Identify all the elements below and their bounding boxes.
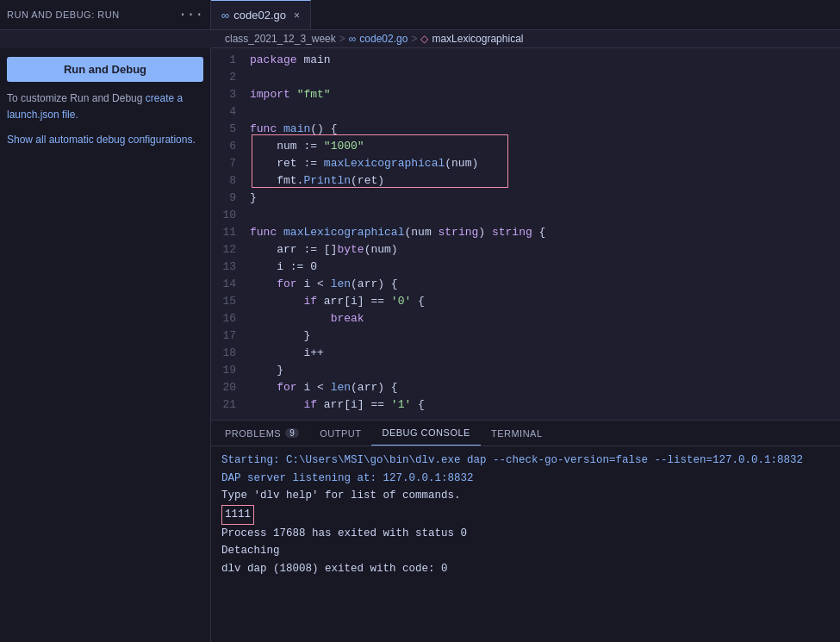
line-content: num := "1000" — [250, 138, 840, 155]
terminal-line: Process 17688 has exited with status 0 — [221, 525, 830, 543]
code-line: 20 for i < len(arr) { — [211, 379, 840, 396]
line-content: package main — [250, 52, 840, 69]
code-line: 13 i := 0 — [211, 259, 840, 276]
line-content: break — [250, 310, 840, 327]
line-number: 17 — [211, 327, 250, 345]
more-options-icon[interactable]: ··· — [178, 7, 203, 22]
code-line: 12 arr := []byte(num) — [211, 241, 840, 259]
line-content: } — [250, 327, 840, 345]
line-number: 4 — [211, 103, 250, 121]
line-number: 5 — [211, 121, 250, 138]
terminal-line: Starting: C:\Users\MSI\go\bin\dlv.exe da… — [221, 452, 830, 470]
line-number: 6 — [211, 138, 250, 155]
code-editor: 1package main23import "fmt"45func main()… — [211, 48, 840, 420]
sidebar-description: To customize Run and Debug create a laun… — [7, 90, 203, 123]
line-content: arr := []byte(num) — [250, 241, 840, 259]
code-line: 14 for i < len(arr) { — [211, 276, 840, 293]
line-content: for i < len(arr) { — [250, 276, 840, 293]
show-all-debug-link[interactable]: Show all automatic debug configurations. — [7, 132, 203, 147]
terminal-line: 1111 — [221, 505, 830, 525]
tab-filename: code02.go — [233, 9, 286, 22]
terminal-tab[interactable]: TERMINAL — [481, 421, 553, 446]
run-debug-button[interactable]: Run and Debug — [7, 57, 203, 82]
line-content: func main() { — [250, 121, 840, 138]
sidebar: Run and Debug To customize Run and Debug… — [0, 48, 211, 642]
line-number: 9 — [211, 190, 250, 207]
line-content: for i < len(arr) { — [250, 379, 840, 396]
line-number: 15 — [211, 293, 250, 310]
line-number: 12 — [211, 241, 250, 259]
line-number: 14 — [211, 276, 250, 293]
line-content: if arr[i] == '0' { — [250, 293, 840, 310]
code-line: 17 } — [211, 327, 840, 345]
sidebar-text: To customize Run and Debug — [7, 92, 142, 104]
code-line: 5func main() { — [211, 121, 840, 138]
tab-icon: ∞ — [221, 9, 229, 22]
breadcrumb-file[interactable]: code02.go — [359, 33, 408, 45]
breadcrumb-folder[interactable]: class_2021_12_3_week — [225, 33, 336, 45]
breadcrumb-sep2: > — [411, 33, 417, 45]
line-number: 13 — [211, 259, 250, 276]
line-number: 19 — [211, 362, 250, 379]
terminal-line: DAP server listening at: 127.0.0.1:8832 — [221, 470, 830, 488]
terminal-tab[interactable]: PROBLEMS9 — [215, 421, 309, 446]
breadcrumb-file-icon: ∞ — [349, 33, 357, 45]
terminal-content: Starting: C:\Users\MSI\go\bin\dlv.exe da… — [211, 446, 840, 642]
terminal-tab[interactable]: DEBUG CONSOLE — [371, 421, 480, 446]
line-number: 18 — [211, 345, 250, 362]
code-line: 19 } — [211, 362, 840, 379]
breadcrumb: class_2021_12_3_week > ∞ code02.go > ◇ m… — [211, 30, 840, 48]
line-number: 21 — [211, 396, 250, 414]
terminal-boxed-output: 1111 — [221, 505, 254, 525]
code-line: 7 ret := maxLexicographical(num) — [211, 155, 840, 172]
line-number: 7 — [211, 155, 250, 172]
code-line: 16 break — [211, 310, 840, 327]
code-line: 2 — [211, 69, 840, 86]
line-number: 1 — [211, 52, 250, 69]
code-line: 8 fmt.Println(ret) — [211, 172, 840, 190]
breadcrumb-symbol[interactable]: maxLexicographical — [432, 33, 523, 45]
terminal-tab[interactable]: OUTPUT — [309, 421, 371, 446]
code-line: 21 if arr[i] == '1' { — [211, 396, 840, 414]
terminal-tabs: PROBLEMS9OUTPUTDEBUG CONSOLETERMINAL — [211, 421, 840, 446]
terminal-line: dlv dap (18008) exited with code: 0 — [221, 560, 830, 578]
line-content: ret := maxLexicographical(num) — [250, 155, 840, 172]
code-line: 1package main — [211, 52, 840, 69]
terminal-line: Type 'dlv help' for list of commands. — [221, 487, 830, 505]
tab-badge: 9 — [285, 428, 299, 438]
line-content: } — [250, 190, 840, 207]
code-line: 4 — [211, 103, 840, 121]
line-number: 20 — [211, 379, 250, 396]
line-content: i++ — [250, 345, 840, 362]
line-content: fmt.Println(ret) — [250, 172, 840, 190]
line-content: func maxLexicographical(num string) stri… — [250, 224, 840, 241]
line-content: i := 0 — [250, 259, 840, 276]
tab-close-icon[interactable]: × — [294, 9, 300, 22]
code-line: 6 num := "1000" — [211, 138, 840, 155]
line-number: 16 — [211, 310, 250, 327]
line-content: import "fmt" — [250, 86, 840, 103]
line-content: if arr[i] == '1' { — [250, 396, 840, 414]
tab-code02[interactable]: ∞ code02.go × — [211, 0, 311, 29]
run-debug-title: RUN AND DEBUG: RUN — [7, 9, 171, 20]
code-line: 18 i++ — [211, 345, 840, 362]
breadcrumb-symbol-icon: ◇ — [420, 33, 428, 45]
line-content: } — [250, 362, 840, 379]
code-line: 11func maxLexicographical(num string) st… — [211, 224, 840, 241]
code-line: 3import "fmt" — [211, 86, 840, 103]
line-number: 11 — [211, 224, 250, 241]
breadcrumb-sep1: > — [339, 33, 345, 45]
terminal-panel: PROBLEMS9OUTPUTDEBUG CONSOLETERMINAL Sta… — [211, 420, 840, 642]
line-number: 3 — [211, 86, 250, 103]
line-number: 10 — [211, 207, 250, 224]
code-line: 10 — [211, 207, 840, 224]
line-number: 8 — [211, 172, 250, 190]
line-number: 2 — [211, 69, 250, 86]
code-line: 9} — [211, 190, 840, 207]
terminal-line: Detaching — [221, 542, 830, 560]
code-line: 15 if arr[i] == '0' { — [211, 293, 840, 310]
